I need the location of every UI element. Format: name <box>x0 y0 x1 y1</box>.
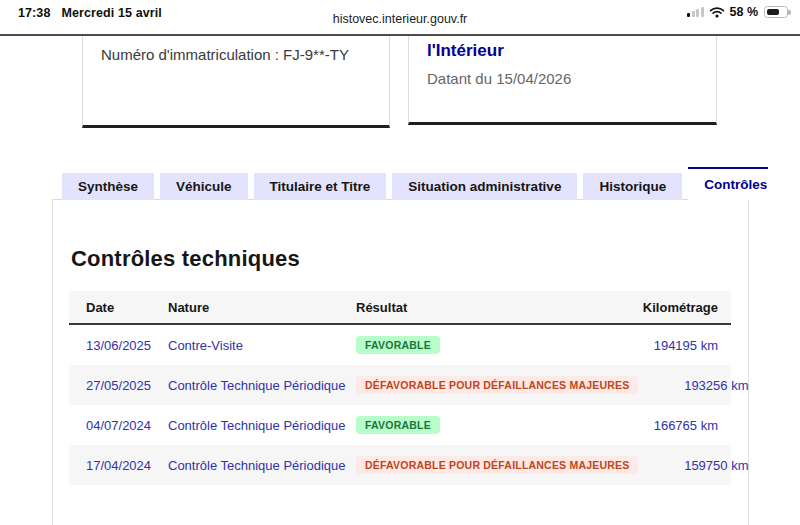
date-cell: 04/07/2024 <box>69 418 168 433</box>
registration-number-text: Numéro d'immatriculation : FJ-9**-TY <box>83 36 389 63</box>
controles-techniques-panel: Contrôles techniques DateNatureRésultatK… <box>52 199 749 525</box>
interieur-card: l'Intérieur Datant du 15/04/2026 <box>408 36 717 125</box>
date-cell: 17/04/2024 <box>69 458 168 473</box>
screen: 17:38 Mercredi 15 avril 58 % histovec.in… <box>0 0 800 525</box>
table-row: 04/07/2024Contrôle Technique PériodiqueF… <box>69 405 731 445</box>
interieur-date-text: Datant du 15/04/2026 <box>409 61 716 87</box>
result-cell: DÉFAVORABLE POUR DÉFAILLANCES MAJEURES <box>356 376 638 394</box>
result-badge: FAVORABLE <box>356 336 440 354</box>
date-cell: 13/06/2025 <box>69 338 168 353</box>
tab-titulaire-et-titre[interactable]: Titulaire et Titre <box>254 173 387 200</box>
column-header: Nature <box>168 300 356 315</box>
result-badge: DÉFAVORABLE POUR DÉFAILLANCES MAJEURES <box>356 376 638 394</box>
tab-situation-administrative[interactable]: Situation administrative <box>392 173 577 200</box>
page-url[interactable]: histovec.interieur.gouv.fr <box>333 12 468 26</box>
address-bar[interactable]: histovec.interieur.gouv.fr <box>0 12 800 26</box>
nature-cell: Contrôle Technique Périodique <box>168 418 356 433</box>
registration-card: Numéro d'immatriculation : FJ-9**-TY <box>82 36 390 128</box>
tab-controles-techniques[interactable]: Contrôles techniques <box>688 167 768 200</box>
nature-cell: Contrôle Technique Périodique <box>168 378 356 393</box>
column-header: Date <box>69 300 168 315</box>
tab-vehicule[interactable]: Véhicule <box>160 173 248 200</box>
page-title: Contrôles techniques <box>71 246 300 272</box>
table-row: 13/06/2025Contre-VisiteFAVORABLE194195 k… <box>69 325 731 365</box>
kilometrage-cell: 193256 km <box>638 378 761 393</box>
tab-list: SynthèseVéhiculeTitulaire et TitreSituat… <box>62 167 768 200</box>
table-row: 17/04/2024Contrôle Technique PériodiqueD… <box>69 445 731 485</box>
kilometrage-cell: 159750 km <box>638 458 761 473</box>
kilometrage-cell: 194195 km <box>608 338 731 353</box>
table-row: 27/05/2025Contrôle Technique PériodiqueD… <box>69 365 731 405</box>
controles-table: DateNatureRésultatKilométrage 13/06/2025… <box>69 291 731 485</box>
column-header: Kilométrage <box>608 300 731 315</box>
result-cell: FAVORABLE <box>356 416 608 434</box>
table-header-row: DateNatureRésultatKilométrage <box>69 291 731 325</box>
nature-cell: Contre-Visite <box>168 338 356 353</box>
result-badge: FAVORABLE <box>356 416 440 434</box>
date-cell: 27/05/2025 <box>69 378 168 393</box>
result-cell: FAVORABLE <box>356 336 608 354</box>
tab-synthese[interactable]: Synthèse <box>62 173 154 200</box>
column-header: Résultat <box>356 300 608 315</box>
result-cell: DÉFAVORABLE POUR DÉFAILLANCES MAJEURES <box>356 456 638 474</box>
table-body: 13/06/2025Contre-VisiteFAVORABLE194195 k… <box>69 325 731 485</box>
nature-cell: Contrôle Technique Périodique <box>168 458 356 473</box>
interieur-title: l'Intérieur <box>409 36 716 61</box>
kilometrage-cell: 166765 km <box>608 418 731 433</box>
result-badge: DÉFAVORABLE POUR DÉFAILLANCES MAJEURES <box>356 456 638 474</box>
tab-historique[interactable]: Historique <box>583 173 682 200</box>
